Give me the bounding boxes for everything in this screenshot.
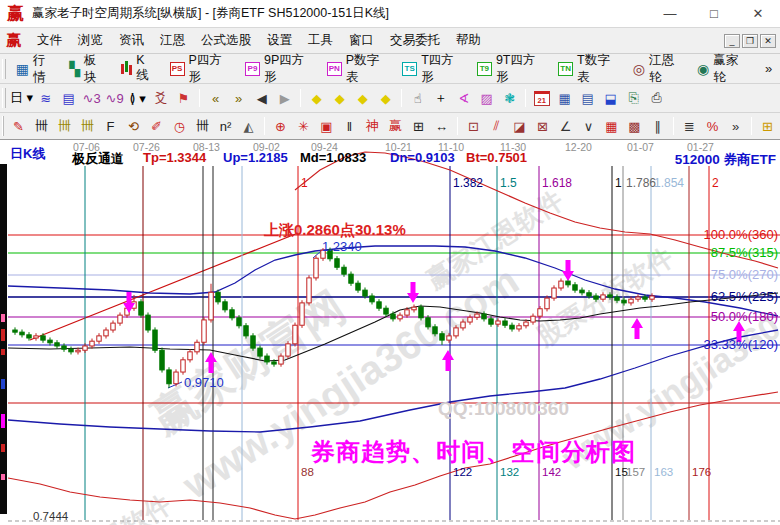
red-grid-tool[interactable]: ▦ <box>601 116 622 137</box>
chart-area[interactable]: 赢家江恩软件股票分析软件赢家财富网www.yingjia360.comwww.y… <box>0 140 780 525</box>
gann-level-label: 50.0%(180) <box>711 309 778 324</box>
time-ratio-label: 1.5 <box>500 176 517 190</box>
time-ratio-label: 1.382 <box>453 176 483 190</box>
golden-comb2-tool[interactable]: 卌 <box>77 116 98 137</box>
mirror-tool[interactable]: ◭ <box>238 116 259 137</box>
gann-fan-tool[interactable]: ⫽ <box>486 116 507 137</box>
sectors-button[interactable]: ▚板块 <box>62 50 113 88</box>
first-bar-button[interactable]: « <box>205 88 226 109</box>
period-selector[interactable]: 日 ▾ <box>10 88 33 109</box>
t-square-button[interactable]: TST四方形 <box>395 50 470 88</box>
yellow-grid-tool[interactable]: ⊞ <box>757 116 778 137</box>
gann-wheel-button-label: 江恩轮 <box>649 52 683 86</box>
export-icon[interactable]: ⎘ <box>623 88 644 109</box>
fan-box2-tool[interactable]: ⊠ <box>532 116 553 137</box>
menu-item-资讯[interactable]: 资讯 <box>111 28 152 53</box>
tools-toolbar: 日 ▾≋▤∿3∿9≬ ▾爻⚑«»◀▶◆◆◆◆☝＋∢▨❃21▦▤⬓⎘⎙ <box>0 84 780 113</box>
day-count-label: 176 <box>692 466 711 478</box>
spiral-tool[interactable]: ⟲ <box>123 116 144 137</box>
kline-button[interactable]: K线 <box>113 51 162 86</box>
pattern-tool-icon[interactable]: 爻 <box>150 88 171 109</box>
shen-tool[interactable]: 神 <box>362 116 383 137</box>
day-count-label: 163 <box>654 466 673 478</box>
parallel-lines-tool[interactable]: ∥ <box>647 116 668 137</box>
bottom-price-label: 0.7444 <box>33 510 68 522</box>
p-square-button[interactable]: PSP四方形 <box>163 50 238 88</box>
flag-tool-icon[interactable]: ⚑ <box>173 88 194 109</box>
toolbar-separator <box>525 89 526 107</box>
fan-box-tool[interactable]: ◪ <box>509 116 530 137</box>
quotes-button[interactable]: ▦行情 <box>9 50 62 88</box>
print-icon[interactable]: ⎙ <box>646 88 667 109</box>
brush-tool[interactable]: ✎ <box>8 116 29 137</box>
gann-wheel-button[interactable]: ◎江恩轮 <box>626 50 690 88</box>
9t-square-button[interactable]: T99T四方形 <box>470 50 551 88</box>
t-table-button[interactable]: TNT数字表 <box>551 50 626 88</box>
save-icon[interactable]: ⬓ <box>600 88 621 109</box>
p-table-button[interactable]: PNP数字表 <box>320 50 395 88</box>
gann-target-tool[interactable]: ⊕ <box>270 116 291 137</box>
crosshair-icon[interactable]: ＋ <box>430 88 451 109</box>
info-panel-icon[interactable]: ▤ <box>58 88 79 109</box>
percent-tool[interactable]: % <box>702 116 723 137</box>
angle-line-tool[interactable]: ∠ <box>555 116 576 137</box>
last-bar-button[interactable]: » <box>228 88 249 109</box>
mdi-restore-button[interactable]: ❐ <box>742 34 758 48</box>
draw-overflow[interactable]: » <box>725 116 746 137</box>
jump-left-diamond[interactable]: ◆ <box>306 88 327 109</box>
maximize-button[interactable]: □ <box>692 1 736 27</box>
toolbar-separator <box>673 117 674 135</box>
fibo-f-tool[interactable]: F <box>100 116 121 137</box>
angle-measure-icon[interactable]: ∢ <box>453 88 474 109</box>
minimize-button[interactable]: — <box>648 1 692 27</box>
ying-tool[interactable]: 赢 <box>385 116 406 137</box>
9p-square-button-label: 9P四方形 <box>264 52 313 86</box>
gann-star-tool[interactable]: ✳ <box>293 116 314 137</box>
winner-wheel-button[interactable]: ◉赢家轮 <box>690 50 754 88</box>
time-ratio-label: 1.854 <box>654 176 684 190</box>
mdi-minimize-button[interactable]: _ <box>724 34 740 48</box>
trellis-tool[interactable]: ▩ <box>624 116 645 137</box>
drag-hand-icon[interactable]: ☝ <box>407 88 428 109</box>
gann-box-tool[interactable]: ▣ <box>316 116 337 137</box>
candle-style-selector[interactable]: ≬ ▾ <box>127 88 148 109</box>
expand-diamond[interactable]: ◆ <box>352 88 373 109</box>
numbered-ruler-tool[interactable]: ⊞ <box>408 116 429 137</box>
notes-icon[interactable]: ▤ <box>577 88 598 109</box>
calculator-icon[interactable]: ▦ <box>554 88 575 109</box>
region-select-icon[interactable]: ▨ <box>476 88 497 109</box>
toolbar-separator <box>457 117 458 135</box>
box-select-tool[interactable]: ⊡ <box>463 116 484 137</box>
time-clock-tool[interactable]: ◷ <box>169 116 190 137</box>
gann-wheel-button-icon: ◎ <box>633 62 645 76</box>
time-ratio-label: 1 <box>301 176 308 190</box>
calendar-icon[interactable]: 21 <box>531 88 552 109</box>
wave-3-icon[interactable]: ∿3 <box>81 88 102 109</box>
channel-param-label: 极反通道 <box>72 150 124 168</box>
smart-analysis-icon[interactable]: ❃ <box>499 88 520 109</box>
time-comb-tool[interactable]: 卌 <box>192 116 213 137</box>
zigzag-tool[interactable]: ∨ <box>578 116 599 137</box>
width-measure-tool[interactable]: ↔ <box>431 116 452 137</box>
price-scale-tool[interactable]: ≣ <box>679 116 700 137</box>
toolbar-overflow[interactable]: » <box>758 58 779 79</box>
next-bar-button[interactable]: ▶ <box>274 88 295 109</box>
pattern-view-icon[interactable]: ≋ <box>35 88 56 109</box>
quotes-button-label: 行情 <box>33 52 55 86</box>
shrink-diamond[interactable]: ◆ <box>375 88 396 109</box>
golden-comb-tool[interactable]: 卌 <box>54 116 75 137</box>
window-title: 赢家老子时空周期系统[纵横版] - [券商ETF SH512000-151日K线… <box>32 5 389 22</box>
9p-square-button[interactable]: P99P四方形 <box>238 50 320 88</box>
pencil-tool[interactable]: ✐ <box>146 116 167 137</box>
comb-grid-tool[interactable]: 卌 <box>31 116 52 137</box>
measure-marks-tool[interactable]: ‖ <box>339 116 360 137</box>
close-button[interactable]: ✕ <box>736 1 780 27</box>
n-square-tool[interactable]: n² <box>215 116 236 137</box>
channel-param-label: Up=1.2185 <box>223 150 288 165</box>
prev-bar-button[interactable]: ◀ <box>251 88 272 109</box>
toolbar-separator <box>401 89 402 107</box>
kline-button-label: K线 <box>136 53 155 84</box>
jump-right-diamond[interactable]: ◆ <box>329 88 350 109</box>
mdi-close-button[interactable]: ✕ <box>760 34 776 48</box>
wave-9-icon[interactable]: ∿9 <box>104 88 125 109</box>
